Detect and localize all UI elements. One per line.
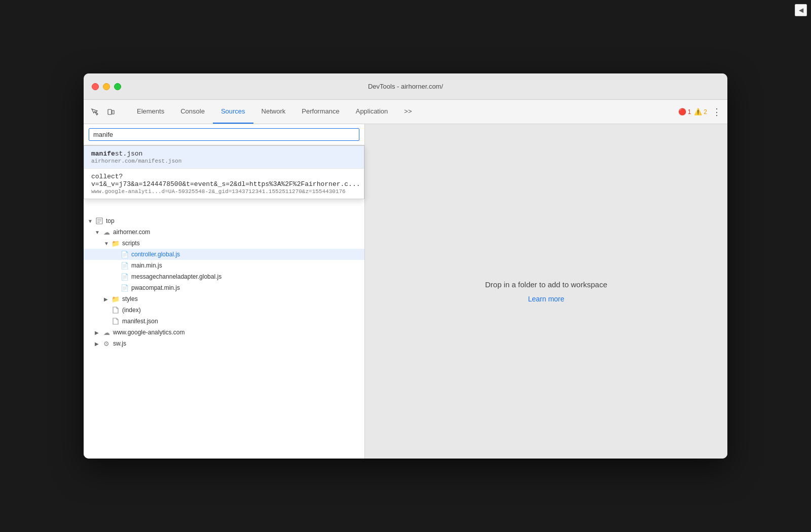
file-icon: 📄 bbox=[120, 284, 129, 292]
toolbar-right: 🔴 1 ⚠️ 2 ⋮ bbox=[674, 100, 727, 124]
tab-bar: Elements Console Sources Network Perform… bbox=[84, 100, 727, 124]
learn-more-link[interactable]: Learn more bbox=[528, 295, 565, 303]
page-icon bbox=[95, 217, 104, 225]
drop-text: Drop in a folder to add to workspace bbox=[485, 280, 607, 289]
tree-label-messagechannel: messagechanneladapter.global.js bbox=[131, 273, 222, 280]
arrow-icon: ▼ bbox=[104, 241, 111, 246]
autocomplete-dropdown: manifest.json airhorner.com/manifest.jso… bbox=[84, 145, 364, 199]
autocomplete-item-2-name: collect?v=1&_v=j73&a=1244478500&t=event&… bbox=[91, 173, 357, 188]
maximize-button[interactable] bbox=[114, 83, 121, 90]
autocomplete-item-2-url: www.google-analyti...d=UA-59325548-2&_gi… bbox=[91, 188, 357, 195]
autocomplete-item-1-url: airhorner.com/manifest.json bbox=[91, 158, 357, 164]
tree-label-airhorner: airhorner.com bbox=[113, 229, 150, 236]
tree-label-main: main.min.js bbox=[131, 262, 162, 269]
autocomplete-item-2[interactable]: collect?v=1&_v=j73&a=1244478500&t=event&… bbox=[84, 169, 364, 199]
tree-item-google-analytics[interactable]: ▶ ☁ www.google-analytics.com bbox=[84, 327, 364, 338]
error-badge[interactable]: 🔴 1 bbox=[678, 108, 691, 116]
tab-console[interactable]: Console bbox=[172, 100, 213, 124]
warning-icon: ⚠️ bbox=[694, 108, 702, 116]
tree-item-main[interactable]: 📄 main.min.js bbox=[84, 260, 364, 271]
tree-label-controller: controller.global.js bbox=[131, 251, 180, 258]
main-tabs: Elements Console Sources Network Perform… bbox=[129, 100, 674, 124]
toolbar-left bbox=[84, 100, 129, 124]
menu-button[interactable]: ⋮ bbox=[710, 106, 723, 118]
folder-icon: 📁 bbox=[111, 239, 120, 247]
svg-rect-0 bbox=[108, 109, 112, 115]
tab-sources[interactable]: Sources bbox=[213, 100, 253, 124]
tab-elements[interactable]: Elements bbox=[129, 100, 172, 124]
tree-item-swjs[interactable]: ▶ ⚙ sw.js bbox=[84, 338, 364, 349]
warning-badge[interactable]: ⚠️ 2 bbox=[694, 108, 707, 116]
file-tree: ▼ top ▼ ☁ airhorner.com bbox=[84, 213, 364, 459]
tab-network[interactable]: Network bbox=[253, 100, 294, 124]
title-bar: DevTools - airhorner.com/ bbox=[84, 73, 727, 100]
svg-rect-1 bbox=[112, 110, 114, 114]
window-title: DevTools - airhorner.com/ bbox=[368, 83, 443, 90]
cloud-icon: ☁ bbox=[102, 328, 111, 336]
tab-more[interactable]: >> bbox=[396, 100, 420, 124]
tree-label-top: top bbox=[106, 217, 115, 224]
arrow-icon: ▶ bbox=[95, 330, 102, 335]
tree-label-scripts: scripts bbox=[122, 240, 140, 247]
autocomplete-item-1-name: manifest.json bbox=[91, 150, 357, 158]
gray-file-icon bbox=[111, 306, 120, 314]
tree-item-styles[interactable]: ▶ 📁 styles bbox=[84, 293, 364, 305]
minimize-button[interactable] bbox=[103, 83, 110, 90]
tree-label-index: (index) bbox=[122, 307, 141, 314]
tree-item-controller[interactable]: 📄 controller.global.js bbox=[84, 249, 364, 260]
tree-label-pwacompat: pwacompat.min.js bbox=[131, 284, 180, 291]
tree-label-manifest: manifest.json bbox=[122, 318, 158, 325]
warning-count: 2 bbox=[704, 108, 707, 116]
tab-application[interactable]: Application bbox=[348, 100, 396, 124]
cloud-icon: ☁ bbox=[102, 228, 111, 236]
arrow-icon: ▼ bbox=[95, 230, 102, 235]
tree-item-scripts[interactable]: ▼ 📁 scripts bbox=[84, 238, 364, 249]
inspect-icon[interactable] bbox=[88, 105, 102, 119]
right-panel: ◀ Drop in a folder to add to workspace L… bbox=[365, 124, 727, 459]
tree-item-top[interactable]: ▼ top bbox=[84, 215, 364, 226]
main-content: Page Filesystem manifest.json airhorner. bbox=[84, 124, 727, 459]
search-container bbox=[84, 124, 364, 145]
folder-icon: 📁 bbox=[111, 295, 120, 303]
gray-file-icon bbox=[111, 317, 120, 325]
close-button[interactable] bbox=[92, 83, 99, 90]
file-icon: 📄 bbox=[120, 273, 129, 281]
tree-item-manifest[interactable]: manifest.json bbox=[84, 316, 364, 327]
traffic-lights bbox=[92, 83, 121, 90]
tree-item-messagechannel[interactable]: 📄 messagechanneladapter.global.js bbox=[84, 271, 364, 282]
file-icon: 📄 bbox=[120, 250, 129, 258]
tree-item-pwacompat[interactable]: 📄 pwacompat.min.js bbox=[84, 282, 364, 293]
gear-icon: ⚙ bbox=[102, 339, 111, 348]
arrow-icon: ▶ bbox=[95, 341, 102, 347]
error-icon: 🔴 bbox=[678, 108, 686, 116]
arrow-icon: ▼ bbox=[88, 218, 95, 224]
tree-label-google-analytics: www.google-analytics.com bbox=[113, 329, 185, 336]
tab-performance[interactable]: Performance bbox=[293, 100, 347, 124]
tree-label-swjs: sw.js bbox=[113, 340, 126, 347]
tree-label-styles: styles bbox=[122, 295, 138, 302]
tree-item-airhorner[interactable]: ▼ ☁ airhorner.com bbox=[84, 226, 364, 238]
device-icon[interactable] bbox=[104, 105, 118, 119]
search-input[interactable] bbox=[89, 128, 359, 141]
arrow-icon: ▶ bbox=[104, 296, 111, 302]
file-icon: 📄 bbox=[120, 261, 129, 270]
left-panel: Page Filesystem manifest.json airhorner. bbox=[84, 124, 365, 459]
error-count: 1 bbox=[688, 108, 691, 116]
search-overlay: manifest.json airhorner.com/manifest.jso… bbox=[84, 124, 364, 199]
tree-item-index[interactable]: (index) bbox=[84, 305, 364, 316]
autocomplete-item-1[interactable]: manifest.json airhorner.com/manifest.jso… bbox=[84, 146, 364, 168]
